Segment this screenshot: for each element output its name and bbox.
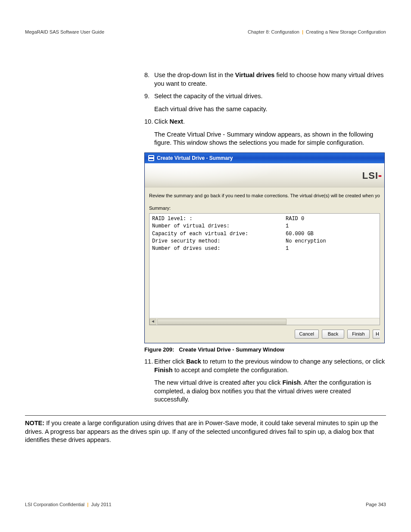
step-text-bold: Virtual drives <box>235 72 275 78</box>
b: Finish <box>154 367 173 373</box>
back-button[interactable]: Back <box>322 330 344 339</box>
step-text-pre: Click <box>154 118 169 125</box>
lsi-logo: LSI▪▪ <box>362 169 381 182</box>
step-number: 8. <box>144 71 149 80</box>
footer-date: July 2011 <box>91 502 111 507</box>
note-body: If you create a large configuration usin… <box>25 420 378 443</box>
step-10: 10. Click Next. <box>144 118 386 126</box>
dialog-create-virtual-drive-summary: Create Virtual Drive - Summary LSI▪▪ Rev… <box>144 152 385 343</box>
step-9: 9. Select the capacity of the virtual dr… <box>144 92 386 101</box>
header-left: MegaRAID SAS Software User Guide <box>25 29 104 34</box>
footer-separator: | <box>87 502 88 507</box>
t: to return to the previous window to chan… <box>201 358 385 365</box>
t: Either click <box>154 358 186 365</box>
summary-row: Number of drives used:1 <box>152 245 377 252</box>
summary-row: RAID level: :RAID 0 <box>152 215 377 223</box>
figure-title: Create Virtual Drive - Summary Window <box>179 346 284 353</box>
page-header: MegaRAID SAS Software User Guide Chapter… <box>25 29 386 34</box>
cancel-button[interactable]: Cancel <box>295 330 319 339</box>
t: The new virtual drive is created after y… <box>154 379 282 386</box>
summary-row: Number of virtual drives:1 <box>152 223 377 230</box>
summary-label: Summary: <box>149 205 380 212</box>
scroll-left-icon[interactable]: ◄ <box>149 319 156 325</box>
dialog-description: Review the summary and go back if you ne… <box>149 193 380 199</box>
dialog-title: Create Virtual Drive - Summary <box>157 155 233 162</box>
step-11-sub: The new virtual drive is created after y… <box>154 379 386 404</box>
figure-number: Figure 209: <box>144 346 174 353</box>
step-8: 8. Use the drop-down list in the Virtual… <box>144 71 386 88</box>
footer-page: Page 343 <box>366 502 386 507</box>
main-content: 8. Use the drop-down list in the Virtual… <box>144 71 386 445</box>
header-separator: | <box>302 29 303 34</box>
app-icon <box>148 155 154 161</box>
step-number: 11. <box>144 358 153 366</box>
figure-caption: Figure 209: Create Virtual Drive - Summa… <box>144 346 386 354</box>
step-text-bold: Next <box>169 118 183 125</box>
b: Back <box>186 358 201 365</box>
b: Finish <box>282 379 301 386</box>
horizontal-scrollbar[interactable]: ◄ <box>149 318 380 325</box>
step-number: 10. <box>144 118 153 126</box>
summary-row: Drive security method:No encryption <box>152 238 377 245</box>
step-text-post: . <box>183 118 185 125</box>
summary-row: Capacity of each virtual drive:60.000 GB <box>152 230 377 238</box>
step-number: 9. <box>144 92 149 101</box>
header-section: Creating a New Storage Configuration <box>306 29 386 34</box>
dialog-titlebar: Create Virtual Drive - Summary <box>145 153 384 163</box>
page-footer: LSI Corporation Confidential | July 2011… <box>25 502 386 507</box>
step-text: Select the capacity of the virtual drive… <box>154 93 262 100</box>
step-text-pre: Use the drop-down list in the <box>154 72 235 78</box>
header-right: Chapter 8: Configuration | Creating a Ne… <box>248 29 386 34</box>
dialog-button-row: Cancel Back Finish H <box>149 325 380 343</box>
step-9-sub: Each virtual drive has the same capacity… <box>154 105 386 114</box>
summary-textarea[interactable]: RAID level: :RAID 0 Number of virtual dr… <box>149 213 380 325</box>
note-label: NOTE: <box>25 420 44 426</box>
t: to accept and complete the configuration… <box>173 367 289 373</box>
footer-confidential: LSI Corporation Confidential <box>25 502 84 507</box>
step-10-sub: The Create Virtual Drive - Summary windo… <box>154 131 386 147</box>
scroll-thumb[interactable] <box>157 319 286 325</box>
dialog-banner: LSI▪▪ <box>145 163 384 187</box>
note-block: NOTE: If you create a large configuratio… <box>25 419 386 445</box>
help-button-cut[interactable]: H <box>373 330 380 339</box>
logo-dots-icon: ▪▪ <box>378 172 381 179</box>
dialog-body: Review the summary and go back if you ne… <box>145 187 384 343</box>
logo-text: LSI <box>362 170 378 181</box>
header-chapter: Chapter 8: Configuration <box>248 29 299 34</box>
finish-button[interactable]: Finish <box>347 330 370 339</box>
step-11: 11. Either click Back to return to the p… <box>144 358 386 374</box>
note-divider <box>25 415 386 419</box>
footer-left: LSI Corporation Confidential | July 2011 <box>25 502 112 507</box>
